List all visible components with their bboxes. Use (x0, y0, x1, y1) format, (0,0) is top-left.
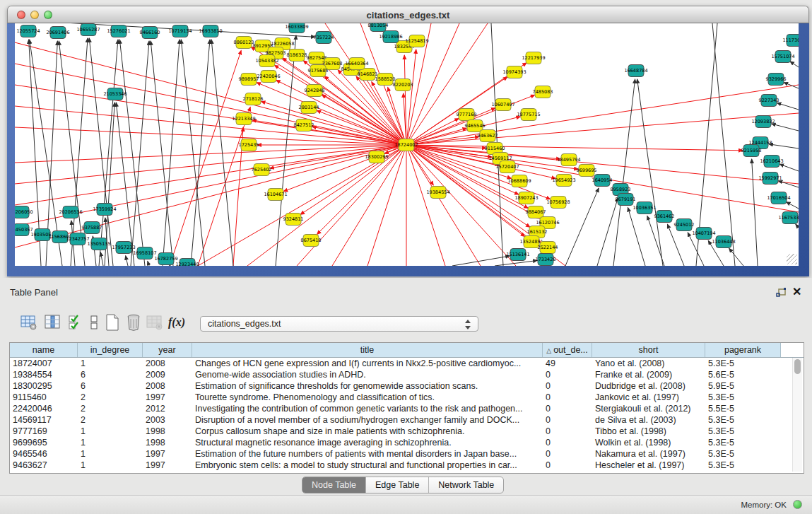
network-node[interactable]: 9242848 (305, 85, 325, 97)
close-panel-icon[interactable]: ✕ (792, 285, 801, 298)
table-row[interactable]: 977716911998Corpus callosum shape and si… (10, 426, 804, 437)
network-node[interactable]: 11036448 (712, 236, 735, 248)
tab-node-table[interactable]: Node Table (302, 477, 366, 493)
toggle-column-icon[interactable] (44, 313, 62, 333)
column-header-pagerank[interactable]: pagerank (705, 343, 781, 357)
network-node[interactable]: 16033809 (285, 23, 308, 33)
table-row[interactable]: 946554611997Estimation of the future num… (10, 448, 804, 460)
network-node[interactable]: 15751074 (771, 51, 794, 63)
network-node[interactable]: 10719134 (168, 25, 192, 37)
network-node[interactable]: 9329966 (766, 74, 787, 86)
network-node[interactable]: 11173064 (782, 35, 799, 47)
network-node[interactable]: 9227343 (759, 95, 779, 107)
network-node[interactable]: 8675418 (301, 235, 322, 247)
table-row[interactable]: 946362711997Embryonic stem cells: a mode… (10, 460, 804, 471)
network-node[interactable]: 16648784 (624, 65, 647, 77)
network-node[interactable]: 8466160 (140, 27, 160, 39)
network-node[interactable]: 10688609 (507, 175, 531, 187)
network-node[interactable]: 9463627 (478, 130, 498, 142)
network-node[interactable]: 19384554 (426, 187, 449, 199)
network-node[interactable]: 19654923 (552, 175, 575, 187)
network-node[interactable]: 1725435 (239, 139, 259, 151)
float-window-icon[interactable] (775, 288, 788, 299)
network-node[interactable]: 8427512 (294, 119, 314, 132)
network-node[interactable]: 7357224 (314, 32, 334, 44)
network-node[interactable]: 9245012 (674, 219, 695, 231)
network-node[interactable]: 15992971 (758, 173, 782, 185)
network-node[interactable]: 8813054 (368, 23, 389, 32)
network-node[interactable]: 11675335 (778, 212, 799, 224)
network-node[interactable]: 1640954 (592, 175, 613, 187)
column-header-out_de[interactable]: △out_de... (543, 343, 592, 357)
network-node[interactable]: 20691406 (46, 27, 69, 39)
network-node[interactable]: 7625402 (252, 164, 272, 176)
network-node[interactable]: 16104671 (264, 189, 287, 201)
table-source-dropdown[interactable]: citations_edges.txt (200, 316, 478, 332)
network-node[interactable]: 16210643 (760, 156, 783, 168)
resize-grip[interactable] (787, 254, 797, 264)
table-row[interactable]: 1872400712008Changes of HCN gene express… (10, 358, 804, 369)
svg-text:9242848: 9242848 (305, 88, 325, 93)
column-header-in_degree[interactable]: in_degree (78, 343, 143, 357)
network-node[interactable]: 12213349 (232, 113, 255, 125)
network-node[interactable]: 17359924 (93, 204, 116, 216)
function-builder-icon[interactable]: f(x) (168, 313, 187, 333)
tab-edge-table[interactable]: Edge Table (366, 477, 429, 493)
network-node[interactable]: 8186328 (287, 49, 307, 62)
network-edge (712, 23, 735, 266)
network-node[interactable]: 18907243 (514, 192, 538, 204)
table-row[interactable]: 1938455462009Genome-wide association stu… (10, 369, 804, 380)
column-header-short[interactable]: short (592, 343, 705, 357)
network-node[interactable]: 8860123 (234, 37, 254, 49)
network-node[interactable]: 10407194 (692, 228, 715, 240)
table-settings-icon[interactable] (20, 313, 38, 333)
network-node[interactable]: 9884067 (526, 206, 546, 218)
network-node[interactable]: 21053346 (103, 88, 126, 100)
network-node[interactable]: 12217939 (522, 52, 545, 64)
network-canvas[interactable]: 1830029588601238912958182260589827503818… (15, 23, 799, 266)
network-node[interactable]: 2803144 (299, 102, 319, 114)
network-node[interactable]: 9324811 (283, 214, 304, 226)
network-node[interactable]: 15276021 (107, 25, 130, 37)
network-node[interactable]: 10655287 (76, 24, 100, 36)
network-node[interactable]: 2718126 (243, 93, 264, 105)
network-node[interactable]: 10036351 (632, 202, 656, 214)
select-all-icon[interactable] (68, 313, 86, 333)
delete-table-icon[interactable] (124, 313, 143, 333)
network-node[interactable]: 8220203 (393, 79, 413, 91)
network-node[interactable]: 9361462 (654, 211, 675, 223)
network-node[interactable]: 9699695 (577, 165, 597, 177)
table-row[interactable]: 1456911722003Disruption of a novel membe… (10, 414, 804, 426)
network-node[interactable]: 8215958 (741, 145, 762, 157)
new-table-icon[interactable] (103, 313, 122, 333)
column-header-title[interactable]: title (192, 343, 543, 357)
table-row[interactable]: 2242004622012Investigating the contribut… (10, 403, 804, 414)
network-node[interactable]: 16782759 (154, 253, 177, 265)
network-node[interactable]: 9777169 (457, 109, 477, 121)
column-header-year[interactable]: year (143, 343, 192, 357)
vertical-scrollbar[interactable] (792, 358, 802, 472)
table-row[interactable]: 911546021997Tourette syndrome. Phenomeno… (10, 392, 804, 403)
network-node[interactable]: 18775715 (517, 109, 540, 121)
table-row[interactable]: 969969511998Structural magnetic resonanc… (10, 437, 804, 448)
network-node[interactable]: 12055724 (16, 25, 40, 37)
network-node[interactable]: 9898957 (239, 74, 259, 86)
network-node[interactable]: 10756928 (546, 197, 570, 209)
network-node[interactable]: 16958107 (133, 247, 156, 259)
network-node[interactable]: 9375887 (82, 222, 102, 234)
network-node[interactable]: 7485083 (533, 86, 553, 98)
window-titlebar[interactable]: citations_edges.txt (7, 6, 809, 23)
network-node[interactable]: 26206050 (15, 206, 33, 218)
table-row[interactable]: 1830029562008Estimation of significance … (10, 380, 804, 392)
network-node[interactable]: 12093832 (751, 116, 775, 128)
network-node[interactable]: 2522144 (538, 242, 558, 254)
network-node[interactable]: 16933810 (199, 25, 222, 37)
network-node[interactable]: 1733426 (536, 254, 556, 266)
network-node[interactable]: 18495794 (557, 154, 580, 166)
scrollbar-thumb[interactable] (794, 359, 801, 374)
network-node[interactable]: 9175685 (308, 65, 329, 77)
network-node[interactable]: 12923448 (175, 259, 199, 267)
tab-network-table[interactable]: Network Table (429, 477, 503, 493)
network-node[interactable]: 8679191 (616, 194, 636, 206)
column-header-name[interactable]: name (10, 343, 78, 357)
